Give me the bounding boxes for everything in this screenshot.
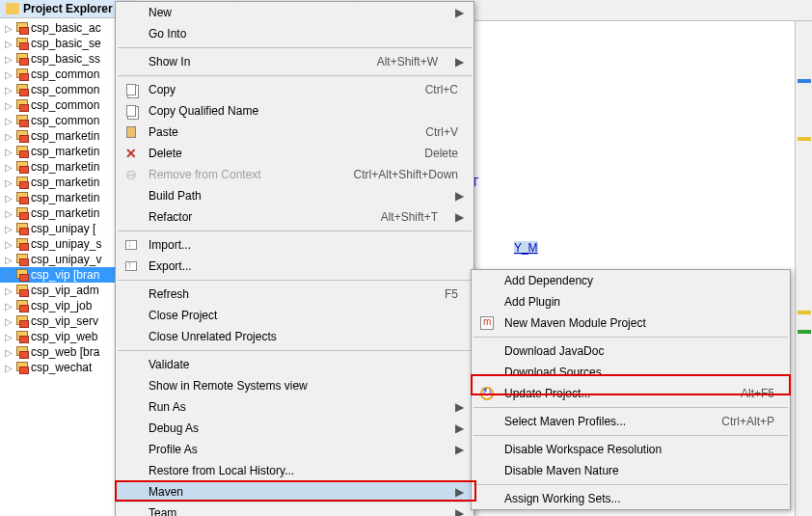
menu1-item-refresh[interactable]: RefreshF5: [116, 284, 474, 305]
overview-ruler[interactable]: [795, 21, 812, 516]
menu1-item-run-as[interactable]: Run As▶: [116, 396, 474, 418]
menu1-item-validate[interactable]: Validate: [116, 354, 474, 375]
tree-item-label: csp_marketin: [31, 129, 99, 143]
menu1-item-show-in-remote-systems-view[interactable]: Show in Remote Systems view: [116, 375, 474, 396]
expand-icon[interactable]: ▷: [4, 193, 14, 204]
menu1-item-close-unrelated-projects[interactable]: Close Unrelated Projects: [116, 326, 474, 347]
menu-label: Delete: [149, 147, 417, 160]
blank-icon: [122, 357, 141, 372]
blank-icon: [122, 442, 141, 457]
expand-icon[interactable]: ▷: [4, 147, 14, 157]
tree-item-label: csp_common: [31, 83, 99, 96]
menu1-item-team[interactable]: Team▶: [116, 502, 474, 516]
expand-icon[interactable]: ▷: [4, 301, 14, 312]
submenu-arrow-icon: ▶: [455, 400, 468, 414]
menu-label: Team: [149, 506, 447, 516]
project-icon: [15, 83, 29, 96]
expand-icon[interactable]: ▷: [4, 347, 14, 358]
menu-label: Disable Workspace Resolution: [504, 443, 784, 456]
expand-icon[interactable]: ▷: [4, 224, 14, 234]
expand-icon[interactable]: ▷: [4, 270, 14, 281]
menu-label: Close Unrelated Projects: [149, 330, 468, 343]
menu1-item-copy[interactable]: CopyCtrl+C: [116, 79, 474, 100]
expand-icon[interactable]: ▷: [4, 208, 14, 219]
menu1-item-new[interactable]: New▶: [116, 2, 474, 23]
project-icon: [15, 330, 29, 343]
menu2-item-new-maven-module-project[interactable]: New Maven Module Project: [472, 312, 790, 334]
menu-separator: [118, 75, 472, 76]
expand-icon[interactable]: ▷: [4, 39, 14, 49]
tree-item-label: csp_wechat: [31, 361, 92, 374]
expand-icon[interactable]: ▷: [4, 285, 14, 296]
submenu-arrow-icon: ▶: [455, 421, 468, 435]
blank-icon: [122, 484, 141, 500]
menu2-item-download-javadoc[interactable]: Download JavaDoc: [472, 340, 790, 362]
blank-icon: [122, 54, 141, 69]
menu-shortcut: Alt+Shift+W: [377, 55, 447, 68]
menu-label: Maven: [149, 485, 447, 499]
menu-label: Restore from Local History...: [149, 464, 468, 477]
tree-item-label: csp_common: [31, 98, 99, 112]
menu1-item-refactor[interactable]: RefactorAlt+Shift+T▶: [116, 206, 474, 228]
expand-icon[interactable]: ▷: [4, 116, 14, 126]
submenu-arrow-icon: ▶: [455, 485, 468, 499]
menu2-item-disable-workspace-resolution[interactable]: Disable Workspace Resolution: [472, 439, 790, 460]
project-icon: [15, 176, 29, 189]
expand-icon[interactable]: ▷: [4, 332, 14, 342]
menu1-item-maven[interactable]: Maven▶: [116, 481, 474, 502]
expand-icon[interactable]: ▷: [4, 100, 14, 111]
menu2-item-add-plugin[interactable]: Add Plugin: [472, 291, 790, 312]
expand-icon[interactable]: ▷: [4, 239, 14, 250]
tree-item-label: csp_vip_serv: [31, 314, 98, 328]
menu2-item-update-project[interactable]: Update Project...Alt+F5: [472, 383, 790, 404]
menu1-item-close-project[interactable]: Close Project: [116, 305, 474, 326]
expand-icon[interactable]: ▷: [4, 69, 14, 80]
expand-icon[interactable]: ▷: [4, 162, 14, 173]
expand-icon[interactable]: ▷: [4, 54, 14, 65]
tree-item-label: csp_basic_ac: [31, 21, 101, 35]
menu1-item-profile-as[interactable]: Profile As▶: [116, 439, 474, 460]
tree-item-label: csp_basic_ss: [31, 52, 100, 66]
menu1-item-go-into[interactable]: Go Into: [116, 23, 474, 44]
context-menu-main[interactable]: New▶Go IntoShow InAlt+Shift+W▶CopyCtrl+C…: [115, 1, 474, 516]
menu1-item-import[interactable]: Import...: [116, 234, 474, 256]
expand-icon[interactable]: ▷: [4, 23, 14, 34]
blank-icon: [122, 209, 141, 225]
menu1-item-paste[interactable]: PasteCtrl+V: [116, 122, 474, 143]
submenu-arrow-icon: ▶: [455, 506, 468, 516]
expand-icon[interactable]: ▷: [4, 363, 14, 373]
tree-item-label: csp_marketin: [31, 206, 99, 220]
tree-item-label: csp_common: [31, 68, 99, 81]
tree-item-label: csp_web [bra: [31, 345, 99, 359]
menu1-item-debug-as[interactable]: Debug As▶: [116, 418, 474, 439]
menu1-item-restore-from-local-history[interactable]: Restore from Local History...: [116, 460, 474, 481]
expand-icon[interactable]: ▷: [4, 131, 14, 142]
menu1-item-delete[interactable]: ✕DeleteDelete: [116, 143, 474, 164]
export-icon: [122, 258, 141, 274]
menu2-item-assign-working-sets[interactable]: Assign Working Sets...: [472, 488, 790, 509]
paste-icon: [122, 124, 141, 140]
blank-icon: [477, 414, 497, 429]
expand-icon[interactable]: ▷: [4, 316, 14, 327]
menu2-item-select-maven-profiles[interactable]: Select Maven Profiles...Ctrl+Alt+P: [472, 411, 790, 432]
menu-label: New Maven Module Project: [504, 316, 784, 330]
expand-icon[interactable]: ▷: [4, 177, 14, 188]
menu-label: Go Into: [149, 27, 468, 41]
menu1-item-build-path[interactable]: Build Path▶: [116, 185, 474, 206]
menu-label: Validate: [149, 358, 468, 371]
expand-icon[interactable]: ▷: [4, 255, 14, 265]
blank-icon: [122, 329, 141, 344]
menu1-item-show-in[interactable]: Show InAlt+Shift+W▶: [116, 51, 474, 72]
context-menu-maven[interactable]: Add DependencyAdd PluginNew Maven Module…: [471, 269, 791, 510]
project-icon: [15, 206, 29, 220]
expand-icon[interactable]: ▷: [4, 85, 14, 95]
menu1-item-export[interactable]: Export...: [116, 256, 474, 277]
project-icon: [15, 237, 29, 251]
menu1-item-copy-qualified-name[interactable]: Copy Qualified Name: [116, 100, 474, 122]
menu2-item-add-dependency[interactable]: Add Dependency: [472, 270, 790, 291]
menu-separator: [474, 337, 788, 338]
menu2-item-disable-maven-nature[interactable]: Disable Maven Nature: [472, 460, 790, 481]
menu2-item-download-sources[interactable]: Download Sources: [472, 362, 790, 383]
blank-icon: [477, 343, 497, 359]
tree-item-label: csp_unipay [: [31, 222, 95, 235]
